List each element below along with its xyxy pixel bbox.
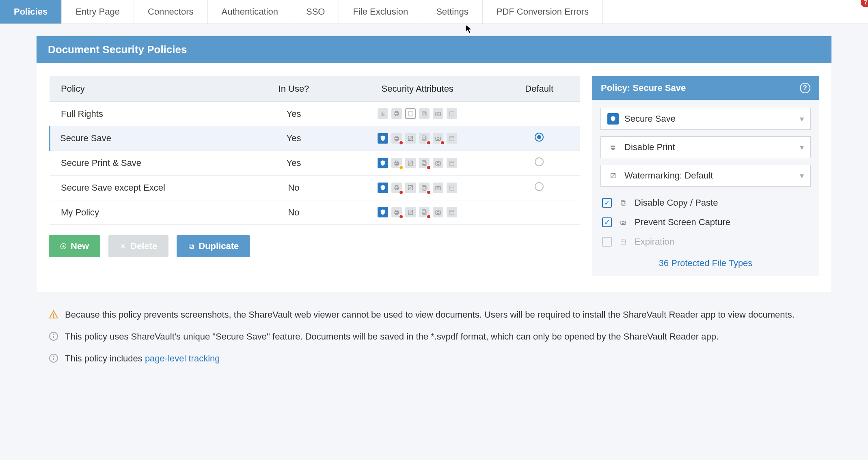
warning-icon <box>49 310 58 319</box>
svg-line-16 <box>408 136 413 140</box>
inuse-cell: Yes <box>251 126 336 151</box>
select-watermarking[interactable]: Watermarking: Default ▾ <box>600 165 811 187</box>
svg-rect-18 <box>422 136 425 140</box>
page-tracking-link[interactable]: page-level tracking <box>145 353 220 363</box>
svg-line-67 <box>611 174 615 178</box>
table-row[interactable]: My PolicyNo <box>50 200 580 225</box>
print-icon <box>391 133 402 144</box>
side-panel-body: Secure Save ▾ Disable Print ▾ Watermarki… <box>592 100 819 276</box>
inuse-cell: Yes <box>251 102 336 126</box>
cal-icon <box>447 183 457 193</box>
new-button[interactable]: New <box>49 235 100 257</box>
protected-file-types-link[interactable]: 36 Protected File Types <box>659 258 753 268</box>
error-count-badge: 7 <box>861 0 868 7</box>
cam-icon <box>433 133 443 144</box>
svg-point-42 <box>437 187 439 189</box>
col-policy[interactable]: Policy <box>50 76 251 102</box>
select-secure-save[interactable]: Secure Save ▾ <box>600 108 811 130</box>
default-cell <box>499 151 580 176</box>
tab-file-exclusion[interactable]: File Exclusion <box>339 0 422 24</box>
shield-icon <box>378 183 388 193</box>
watermark-icon <box>607 170 619 181</box>
check-prevent-screencap[interactable]: ✓ Prevent Screen Capture <box>600 213 811 232</box>
shield-icon <box>378 207 388 217</box>
check-label: Disable Copy / Paste <box>635 198 718 208</box>
print-icon <box>391 158 402 168</box>
attrs-cell <box>336 200 499 225</box>
panel-title: Document Security Policies <box>37 36 831 63</box>
svg-point-31 <box>437 162 439 164</box>
chevron-down-icon: ▾ <box>800 142 804 152</box>
svg-point-20 <box>437 138 439 140</box>
attribute-icons <box>378 207 457 217</box>
copy-icon <box>419 158 430 168</box>
copy-disabled-icon <box>618 197 629 209</box>
policy-name: Secure Save <box>50 126 251 151</box>
shield-icon <box>378 158 388 168</box>
select-disable-print[interactable]: Disable Print ▾ <box>600 136 811 158</box>
wm-icon <box>405 207 416 217</box>
wm-icon <box>405 183 416 193</box>
svg-rect-17 <box>423 137 426 140</box>
select-label: Disable Print <box>624 142 794 153</box>
svg-rect-21 <box>450 136 454 141</box>
col-attrs[interactable]: Security Attributes <box>336 76 499 102</box>
tab-entry-page[interactable]: Entry Page <box>62 0 134 24</box>
svg-rect-46 <box>396 210 398 211</box>
tab-settings[interactable]: Settings <box>422 0 483 24</box>
svg-rect-64 <box>612 145 614 146</box>
note-text: This policy includes page-level tracking <box>65 352 220 365</box>
attribute-icons <box>378 133 457 144</box>
default-radio[interactable] <box>535 133 544 142</box>
svg-rect-28 <box>423 161 426 165</box>
table-row[interactable]: Secure Save except ExcelNo <box>50 176 580 200</box>
cal-icon <box>447 108 457 119</box>
shield-icon <box>607 113 619 125</box>
policy-name: Full Rights <box>50 102 251 126</box>
select-label: Secure Save <box>624 114 794 124</box>
attribute-icons <box>378 108 457 119</box>
attrs-cell <box>336 176 499 200</box>
duplicate-button[interactable]: Duplicate <box>177 235 250 257</box>
copy-icon <box>419 183 430 193</box>
default-radio[interactable] <box>535 157 544 166</box>
check-expiration[interactable]: ✓ Expiration <box>600 232 811 251</box>
tab-pdf-errors[interactable]: PDF Conversion Errors <box>483 0 603 24</box>
checkbox-icon: ✓ <box>602 198 612 208</box>
print-icon <box>391 183 402 193</box>
col-inuse[interactable]: In Use? <box>251 76 336 102</box>
svg-rect-69 <box>621 200 624 204</box>
camera-disabled-icon <box>618 217 629 228</box>
tab-policies[interactable]: Policies <box>0 0 62 24</box>
note-text: This policy uses ShareVault's unique "Se… <box>65 330 719 344</box>
policies-panel: Document Security Policies Policy In Use… <box>37 36 831 292</box>
cam-icon <box>433 158 443 168</box>
attrs-cell <box>336 126 499 151</box>
policy-name: Secure Print & Save <box>50 151 251 176</box>
svg-line-38 <box>408 185 413 190</box>
checkbox-icon: ✓ <box>602 237 612 247</box>
inuse-cell: No <box>251 176 336 200</box>
top-tabs: Policies Entry Page Connectors Authentic… <box>0 0 868 24</box>
svg-rect-24 <box>396 161 398 162</box>
cam-icon <box>433 108 443 119</box>
default-radio[interactable] <box>535 182 544 191</box>
svg-rect-61 <box>190 245 194 248</box>
attribute-icons <box>378 183 457 193</box>
help-icon[interactable]: ? <box>800 83 810 93</box>
tab-authentication[interactable]: Authentication <box>208 0 292 24</box>
table-row[interactable]: Secure Print & SaveYes <box>50 151 580 176</box>
print-icon <box>391 108 402 119</box>
table-row[interactable]: Full RightsYes <box>50 102 580 126</box>
select-label: Watermarking: Default <box>624 170 794 181</box>
check-disable-copy[interactable]: ✓ Disable Copy / Paste <box>600 193 811 213</box>
svg-point-71 <box>622 221 624 224</box>
col-default[interactable]: Default <box>499 76 580 102</box>
tab-connectors[interactable]: Connectors <box>134 0 208 24</box>
default-cell <box>499 200 580 225</box>
table-row[interactable]: Secure SaveYes <box>50 126 580 151</box>
tab-sso[interactable]: SSO <box>292 0 339 24</box>
svg-point-77 <box>53 316 54 317</box>
plus-circle-icon <box>60 243 67 249</box>
default-cell <box>499 126 580 151</box>
